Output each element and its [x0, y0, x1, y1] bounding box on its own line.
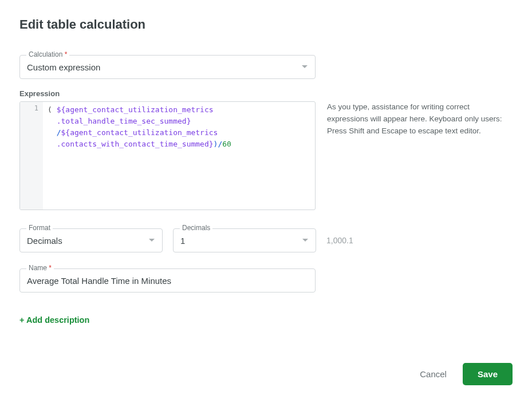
- format-sample: 1,000.1: [326, 236, 353, 245]
- name-field: Name *: [19, 268, 316, 293]
- cancel-button[interactable]: Cancel: [420, 369, 447, 379]
- required-asterisk: *: [49, 264, 52, 272]
- chevron-down-icon: [301, 64, 308, 70]
- expression-editor[interactable]: 1 ( ${agent_contact_utilization_metrics …: [19, 101, 316, 210]
- format-row: Format Decimals Decimals 1 1,000.1: [19, 228, 513, 252]
- calculation-label: Calculation *: [26, 50, 69, 58]
- page-title: Edit table calculation: [19, 17, 513, 32]
- expression-helper-text: As you type, assistance for writing corr…: [327, 101, 510, 210]
- format-select-value: Decimals: [27, 236, 62, 246]
- tok-var2b: .contacts_with_contact_time_summed}: [57, 140, 214, 148]
- decimals-select[interactable]: 1: [173, 228, 316, 252]
- required-asterisk: *: [65, 50, 68, 58]
- add-description-link[interactable]: + Add description: [19, 315, 89, 325]
- decimals-select-value: 1: [180, 236, 185, 246]
- gutter-line-1: 1: [22, 104, 38, 112]
- editor-gutter: 1: [20, 102, 43, 210]
- save-button[interactable]: Save: [463, 363, 513, 385]
- calculation-label-text: Calculation: [29, 50, 62, 58]
- name-input[interactable]: [19, 268, 316, 293]
- chevron-down-icon: [302, 237, 309, 244]
- expression-section: Expression 1 ( ${agent_contact_utilizati…: [19, 89, 513, 210]
- format-select[interactable]: Decimals: [19, 228, 163, 252]
- calculation-select-value: Custom expression: [27, 62, 100, 72]
- name-label-text: Name: [29, 264, 47, 272]
- dialog-footer: Cancel Save: [19, 363, 513, 385]
- tok-var2a: ${agent_contact_utilization_metrics: [61, 128, 218, 137]
- calculation-select[interactable]: Custom expression: [19, 55, 316, 79]
- decimals-field: Decimals 1: [173, 228, 316, 252]
- tok-var1b: .total_handle_time_sec_summed}: [57, 117, 191, 125]
- decimals-label: Decimals: [180, 224, 212, 232]
- tok-literal: 60: [222, 140, 231, 148]
- name-label: Name *: [26, 264, 54, 272]
- format-label: Format: [26, 224, 53, 232]
- editor-code: ( ${agent_contact_utilization_metrics .t…: [43, 102, 236, 210]
- tok-open-paren: (: [48, 105, 52, 114]
- tok-var1a: ${agent_contact_utilization_metrics: [57, 105, 214, 114]
- calculation-field: Calculation * Custom expression: [19, 55, 316, 79]
- expression-label: Expression: [19, 89, 513, 98]
- format-field: Format Decimals: [19, 228, 163, 252]
- chevron-down-icon: [148, 237, 155, 244]
